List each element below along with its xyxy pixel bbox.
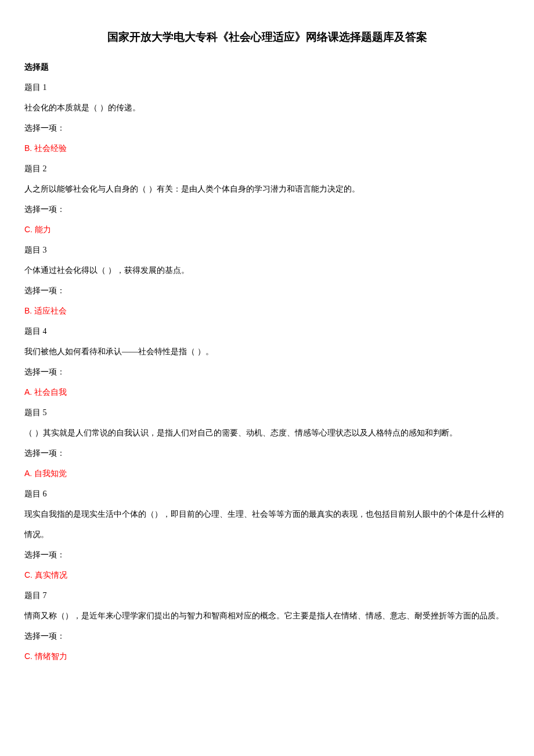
question-answer: A. 自我知觉 <box>24 463 510 484</box>
question-answer: C. 能力 <box>24 219 510 240</box>
question-text: （ ）其实就是人们常说的自我认识，是指人们对自己的需要、动机、态度、情感等心理状… <box>24 423 510 443</box>
question-answer: B. 适应社会 <box>24 301 510 321</box>
question-text: 人之所以能够社会化与人自身的（ ）有关：是由人类个体自身的学习潜力和语言能力决定… <box>24 179 510 199</box>
question-answer: A. 社会自我 <box>24 382 510 402</box>
question-prompt: 选择一项： <box>24 545 510 565</box>
question-number: 题目 6 <box>24 484 510 504</box>
question-number: 题目 3 <box>24 240 510 260</box>
question-prompt: 选择一项： <box>24 199 510 219</box>
page-title: 国家开放大学电大专科《社会心理适应》网络课选择题题库及答案 <box>24 23 510 51</box>
question-number: 题目 4 <box>24 321 510 341</box>
question-text: 我们被他人如何看待和承认——社会特性是指（ ）。 <box>24 341 510 362</box>
question-text: 个体通过社会化得以（ ），获得发展的基点。 <box>24 260 510 280</box>
question-text: 现实自我指的是现实生活中个体的（），即目前的心理、生理、社会等等方面的最真实的表… <box>24 504 510 545</box>
question-prompt: 选择一项： <box>24 443 510 463</box>
question-prompt: 选择一项： <box>24 118 510 138</box>
section-header: 选择题 <box>24 57 510 77</box>
question-answer: B. 社会经验 <box>24 138 510 159</box>
question-number: 题目 7 <box>24 585 510 606</box>
question-text: 社会化的本质就是（ ）的传递。 <box>24 98 510 118</box>
question-prompt: 选择一项： <box>24 362 510 382</box>
question-answer: C. 真实情况 <box>24 565 510 585</box>
question-number: 题目 2 <box>24 159 510 179</box>
question-answer: C. 情绪智力 <box>24 646 510 667</box>
question-prompt: 选择一项： <box>24 280 510 301</box>
question-number: 题目 1 <box>24 77 510 98</box>
question-prompt: 选择一项： <box>24 626 510 646</box>
question-number: 题目 5 <box>24 402 510 423</box>
question-text: 情商又称（），是近年来心理学家们提出的与智力和智商相对应的概念。它主要是指人在情… <box>24 606 510 626</box>
